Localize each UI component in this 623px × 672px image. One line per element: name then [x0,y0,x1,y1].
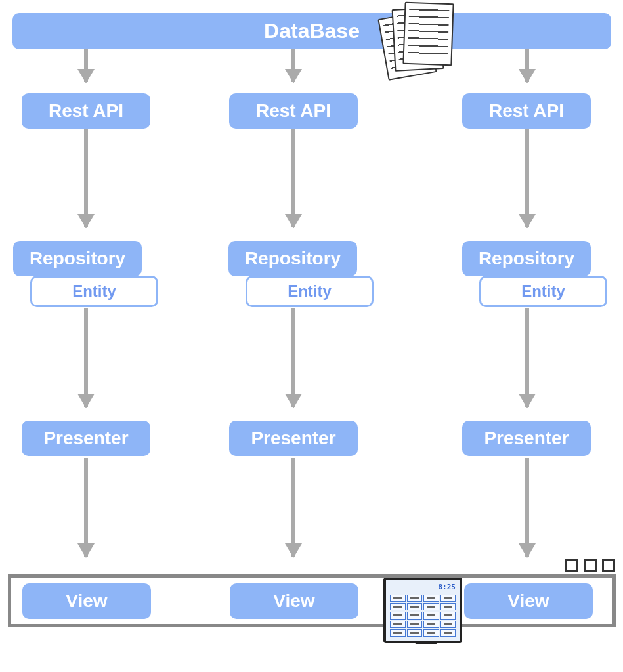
arrow [84,49,88,82]
restapi-box: Rest API [22,93,150,129]
arrow [291,308,295,407]
view-box: View [464,583,593,619]
presenter-box: Presenter [22,421,150,456]
presenter-label: Presenter [484,428,569,449]
monitor-clock-label: 8:25 [439,583,456,591]
arrow [525,49,529,82]
window-controls-icon [565,559,615,572]
restapi-label: Rest API [489,100,564,121]
restapi-box: Rest API [462,93,591,129]
arrow [291,49,295,82]
restapi-label: Rest API [256,100,331,121]
view-label: View [66,591,107,612]
papers-icon [377,0,463,79]
presenter-box: Presenter [462,421,591,456]
monitor-icon: 8:25 [383,578,469,663]
repository-box: Repository [228,241,357,276]
view-container: View View View [8,574,616,627]
restapi-label: Rest API [49,100,123,121]
arrow [291,129,295,227]
entity-label: Entity [521,282,565,301]
view-label: View [273,591,314,612]
entity-box: Entity [479,276,607,307]
entity-box: Entity [30,276,158,307]
repository-label: Repository [245,248,341,269]
database-box: DataBase [12,13,611,49]
entity-label: Entity [72,282,116,301]
restapi-box: Rest API [229,93,358,129]
view-box: View [230,583,358,619]
entity-label: Entity [288,282,332,301]
repository-label: Repository [479,248,574,269]
entity-box: Entity [246,276,374,307]
repository-box: Repository [13,241,142,276]
arrow [525,129,529,227]
arrow [525,308,529,407]
arrow [84,458,88,556]
presenter-box: Presenter [229,421,358,456]
database-label: DataBase [264,19,360,43]
presenter-label: Presenter [43,428,128,449]
view-label: View [507,591,549,612]
repository-box: Repository [462,241,591,276]
arrow [525,458,529,556]
arrow [84,308,88,407]
repository-label: Repository [30,248,125,269]
view-box: View [22,583,151,619]
arrow [84,129,88,227]
presenter-label: Presenter [251,428,335,449]
arrow [291,458,295,556]
